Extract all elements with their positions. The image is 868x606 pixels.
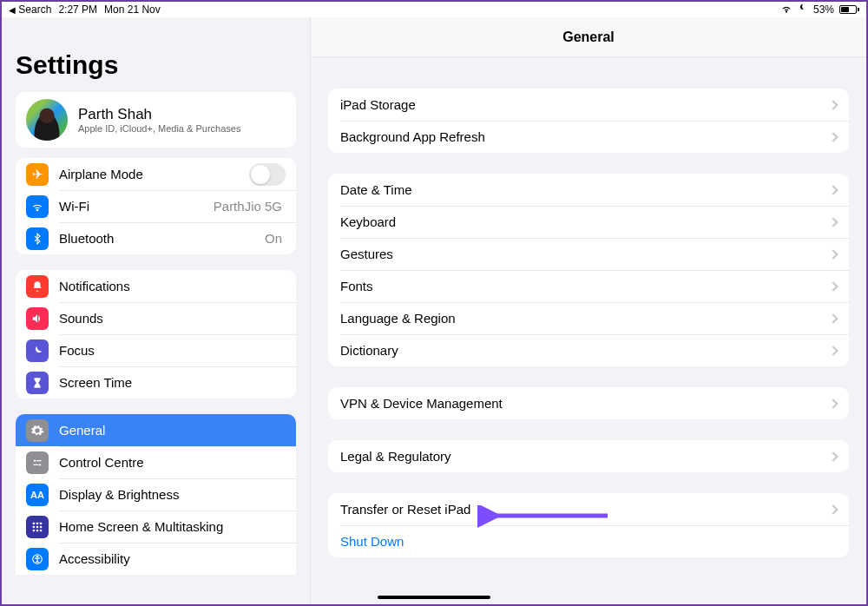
screentime-label: Screen Time <box>59 375 286 390</box>
sounds-row[interactable]: Sounds <box>16 302 296 334</box>
svg-rect-8 <box>40 522 42 524</box>
chevron-right-icon <box>828 399 838 408</box>
detail-title: General <box>562 30 615 45</box>
ipad-storage-row[interactable]: iPad Storage <box>328 89 849 121</box>
general-row[interactable]: General <box>16 414 296 446</box>
chevron-right-icon <box>828 346 838 355</box>
vpn-label: VPN & Device Management <box>340 396 823 411</box>
bluetooth-value: On <box>265 231 282 246</box>
svg-rect-7 <box>36 522 38 524</box>
display-brightness-row[interactable]: AA Display & Brightness <box>16 478 296 510</box>
airplane-label: Airplane Mode <box>59 167 249 181</box>
page-title: Settings <box>16 50 296 80</box>
gear-icon <box>26 419 49 442</box>
date-time-row[interactable]: Date & Time <box>328 174 849 206</box>
alerts-group: Notifications Sounds Focus Screen Time <box>16 270 296 399</box>
svg-rect-9 <box>33 525 35 527</box>
detail-title-bar: General <box>311 17 866 57</box>
language-region-label: Language & Region <box>340 311 823 326</box>
control-centre-label: Control Centre <box>59 455 286 470</box>
airplane-mode-row[interactable]: ✈ Airplane Mode <box>16 158 296 190</box>
language-region-row[interactable]: Language & Region <box>328 302 849 334</box>
svg-point-4 <box>39 464 41 465</box>
back-to-app[interactable]: ◀ Search <box>9 3 51 16</box>
home-indicator[interactable] <box>378 596 490 599</box>
chevron-right-icon <box>828 313 838 323</box>
svg-rect-11 <box>40 525 42 527</box>
chevron-right-icon <box>828 249 838 259</box>
accessibility-row[interactable]: Accessibility <box>16 543 296 575</box>
svg-rect-12 <box>33 529 35 530</box>
profile-group: Parth Shah Apple ID, iCloud+, Media & Pu… <box>16 92 296 148</box>
bluetooth-icon <box>26 227 49 250</box>
chevron-right-icon <box>828 185 838 194</box>
svg-rect-14 <box>40 529 42 530</box>
battery-icon <box>839 5 859 14</box>
chevron-right-icon <box>828 100 838 109</box>
status-bar: ◀ Search 2:27 PM Mon 21 Nov 53% <box>2 2 866 17</box>
svg-rect-5 <box>33 464 38 464</box>
wifi-settings-icon <box>26 195 49 218</box>
accessibility-label: Accessibility <box>59 551 286 566</box>
storage-group: iPad Storage Background App Refresh <box>328 89 849 153</box>
ipad-storage-label: iPad Storage <box>340 97 823 112</box>
shutdown-label: Shut Down <box>340 534 837 549</box>
notifications-row[interactable]: Notifications <box>16 270 296 302</box>
focus-row[interactable]: Focus <box>16 334 296 366</box>
airplane-toggle[interactable] <box>249 163 286 186</box>
sounds-label: Sounds <box>59 311 286 326</box>
chevron-right-icon <box>828 451 838 461</box>
bluetooth-label: Bluetooth <box>59 231 265 246</box>
control-centre-row[interactable]: Control Centre <box>16 446 296 478</box>
date-time-label: Date & Time <box>340 182 823 197</box>
bg-app-refresh-row[interactable]: Background App Refresh <box>328 121 849 153</box>
battery-percent: 53% <box>813 3 834 16</box>
svg-rect-6 <box>33 522 35 524</box>
apple-id-row[interactable]: Parth Shah Apple ID, iCloud+, Media & Pu… <box>16 92 296 148</box>
display-label: Display & Brightness <box>59 487 286 502</box>
gestures-row[interactable]: Gestures <box>328 238 849 270</box>
bg-refresh-label: Background App Refresh <box>340 129 823 144</box>
notifications-label: Notifications <box>59 279 286 293</box>
bluetooth-row[interactable]: Bluetooth On <box>16 222 296 254</box>
wifi-row[interactable]: Wi-Fi ParthJio 5G <box>16 190 296 222</box>
accessibility-icon <box>26 548 49 570</box>
detail-pane: General iPad Storage Background App Refr… <box>310 17 866 604</box>
screentime-row[interactable]: Screen Time <box>16 366 296 399</box>
svg-rect-10 <box>36 525 38 527</box>
sliders-icon <box>26 451 49 474</box>
wifi-label: Wi-Fi <box>59 199 214 214</box>
chevron-right-icon <box>828 504 838 514</box>
svg-point-16 <box>36 556 38 557</box>
weather-icon <box>798 3 808 16</box>
grid-icon <box>26 516 49 538</box>
status-time: 2:27 PM <box>58 3 97 16</box>
fonts-row[interactable]: Fonts <box>328 270 849 302</box>
svg-point-0 <box>786 10 786 11</box>
hourglass-icon <box>26 372 49 394</box>
moon-icon <box>26 339 49 362</box>
svg-point-2 <box>34 459 36 461</box>
avatar <box>26 99 68 141</box>
status-date: Mon 21 Nov <box>104 3 161 16</box>
keyboard-row[interactable]: Keyboard <box>328 206 849 238</box>
vpn-device-management-row[interactable]: VPN & Device Management <box>328 387 849 419</box>
wifi-icon <box>780 3 792 17</box>
svg-point-1 <box>36 209 37 210</box>
speaker-icon <box>26 307 49 330</box>
transfer-reset-row[interactable]: Transfer or Reset iPad <box>328 493 849 525</box>
settings-sidebar: Settings Parth Shah Apple ID, iCloud+, M… <box>2 17 310 604</box>
dictionary-label: Dictionary <box>340 343 823 358</box>
legal-regulatory-row[interactable]: Legal & Regulatory <box>328 440 849 472</box>
homescreen-row[interactable]: Home Screen & Multitasking <box>16 510 296 543</box>
profile-subtitle: Apple ID, iCloud+, Media & Purchases <box>78 123 240 134</box>
shut-down-row[interactable]: Shut Down <box>328 525 849 557</box>
network-group: ✈ Airplane Mode Wi-Fi ParthJio 5G Blueto… <box>16 158 296 254</box>
general-label: General <box>59 423 286 438</box>
profile-name: Parth Shah <box>78 106 240 123</box>
transfer-reset-label: Transfer or Reset iPad <box>340 502 823 517</box>
svg-rect-3 <box>36 460 42 461</box>
text-size-icon: AA <box>26 484 49 506</box>
dictionary-row[interactable]: Dictionary <box>328 334 849 366</box>
svg-rect-13 <box>36 529 38 530</box>
